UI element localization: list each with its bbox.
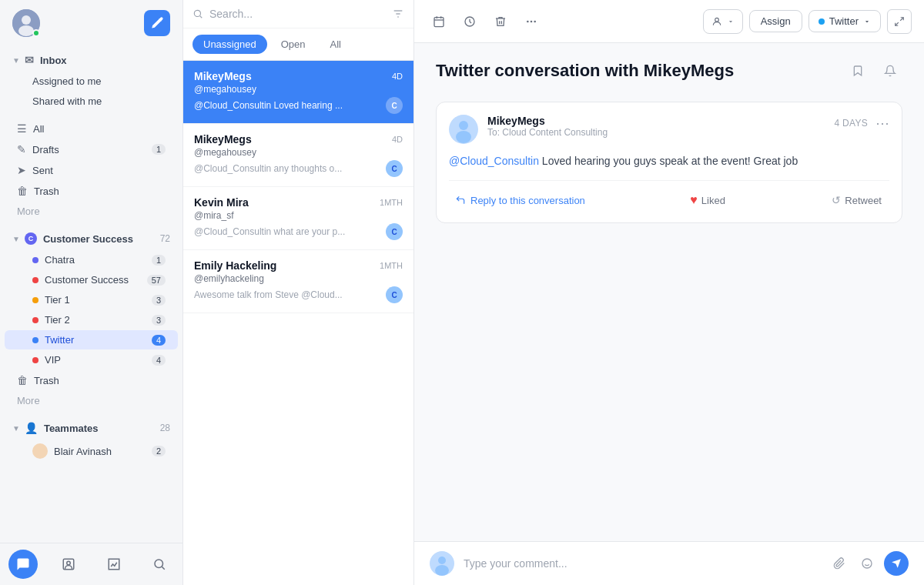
svg-point-17 xyxy=(534,20,536,22)
twitter-sidebar-dot xyxy=(32,337,38,343)
comment-input[interactable] xyxy=(464,557,819,570)
bottom-contact-icon[interactable] xyxy=(54,550,83,579)
cs-dot xyxy=(32,277,38,283)
tab-open[interactable]: Open xyxy=(270,35,316,54)
emoji-icon[interactable] xyxy=(856,553,878,574)
all-icon: ☰ xyxy=(17,122,27,135)
svg-point-23 xyxy=(456,131,471,143)
sidebar-item-twitter[interactable]: Twitter 4 xyxy=(5,330,178,349)
message-sender: MikeyMegs xyxy=(487,115,834,127)
sidebar-item-tier1[interactable]: Tier 1 3 xyxy=(5,290,178,309)
customer-success-label: Customer Success xyxy=(43,233,133,245)
teammates-count: 28 xyxy=(160,423,170,433)
conversation-items: MikeyMegs 4D @megahousey @Cloud_Consulti… xyxy=(183,61,413,585)
svg-point-22 xyxy=(459,121,468,130)
toolbar-calendar-icon[interactable] xyxy=(427,9,451,34)
blair-avatar xyxy=(32,443,48,459)
sent-icon: ➤ xyxy=(17,164,26,176)
sidebar-bottom xyxy=(0,543,182,585)
svg-rect-10 xyxy=(434,17,444,26)
message-more-icon[interactable]: ⋯ xyxy=(875,115,889,132)
svg-point-25 xyxy=(438,557,446,564)
comment-box xyxy=(414,541,924,585)
liked-button[interactable]: ♥ Liked xyxy=(682,190,733,210)
sidebar-item-assigned-to-me[interactable]: Assigned to me xyxy=(5,72,178,91)
sidebar-header xyxy=(0,0,182,46)
messages-area: MikeyMegs To: Cloud Content Consulting 4… xyxy=(414,95,924,541)
avatar[interactable] xyxy=(12,9,40,37)
send-button[interactable] xyxy=(884,551,909,576)
assign-button[interactable]: Assign xyxy=(749,10,802,32)
sidebar-item-cs-more[interactable]: More xyxy=(5,391,178,410)
sidebar-item-cs-trash[interactable]: 🗑 Trash xyxy=(5,370,178,390)
toolbar-more-icon[interactable] xyxy=(519,9,544,34)
svg-point-1 xyxy=(22,15,31,25)
sidebar-item-sent[interactable]: ➤ Sent xyxy=(5,160,178,180)
online-status xyxy=(32,29,40,37)
bookmark-icon[interactable] xyxy=(845,58,870,83)
bell-icon[interactable] xyxy=(878,58,902,83)
conversation-item-3[interactable]: Emily Hackeling 1MTH @emilyhackeling Awe… xyxy=(183,250,413,313)
conversation-item-2[interactable]: Kevin Mira 1MTH @mira_sf @Cloud_Consulti… xyxy=(183,187,413,250)
sidebar-item-shared-with-me[interactable]: Shared with me xyxy=(5,92,178,111)
comment-actions xyxy=(829,551,909,576)
sidebar-item-tier2[interactable]: Tier 2 3 xyxy=(5,310,178,329)
retweet-button[interactable]: ↺ Retweet xyxy=(824,191,889,209)
search-icon xyxy=(192,8,203,19)
conversation-actions xyxy=(845,58,902,83)
svg-point-26 xyxy=(435,565,449,576)
drafts-icon: ✎ xyxy=(17,143,26,155)
conversation-list: Unassigned Open All MikeyMegs 4D @megaho… xyxy=(183,0,414,585)
expand-button[interactable] xyxy=(887,9,912,34)
vip-badge: 4 xyxy=(152,355,166,366)
tier2-dot xyxy=(32,317,38,323)
main-panel: Assign Twitter Twitter conversation with… xyxy=(414,0,924,585)
message-card: MikeyMegs To: Cloud Content Consulting 4… xyxy=(436,102,902,223)
search-input[interactable] xyxy=(209,8,386,20)
sidebar-item-cs[interactable]: Customer Success 57 xyxy=(5,270,178,289)
assign-agent-btn[interactable] xyxy=(703,9,743,34)
conversation-item-0[interactable]: MikeyMegs 4D @megahousey @Cloud_Consulti… xyxy=(183,61,413,124)
inbox-chevron: ▼ xyxy=(12,56,20,65)
attachment-icon[interactable] xyxy=(829,553,850,574)
tab-all[interactable]: All xyxy=(319,35,351,54)
sidebar-item-all[interactable]: ☰ All xyxy=(5,119,178,139)
toolbar-delete-icon[interactable] xyxy=(488,9,513,34)
tier2-badge: 3 xyxy=(152,315,166,326)
svg-point-16 xyxy=(531,20,533,22)
inbox-header[interactable]: ▼ ✉ Inbox xyxy=(0,49,182,71)
customer-success-header[interactable]: ▼ C Customer Success 72 xyxy=(0,228,182,249)
inbox-section: ▼ ✉ Inbox Assigned to me Shared with me xyxy=(0,46,182,115)
main-content: Twitter conversation with MikeyMegs xyxy=(414,43,924,585)
sidebar-item-more[interactable]: More xyxy=(5,202,178,221)
sidebar-item-trash[interactable]: 🗑 Trash xyxy=(5,181,178,201)
cs-count: 72 xyxy=(160,233,170,244)
message-to: To: Cloud Content Consulting xyxy=(487,127,834,138)
reply-button[interactable]: Reply to this conversation xyxy=(449,192,591,209)
bottom-chat-icon[interactable] xyxy=(8,550,38,579)
compose-button[interactable] xyxy=(144,10,170,36)
all-label: All xyxy=(33,123,44,135)
bottom-search-icon[interactable] xyxy=(145,550,174,579)
message-text: Loved hearing you guys speak at the even… xyxy=(539,155,798,167)
toolbar-clock-icon[interactable] xyxy=(457,9,482,34)
sidebar-item-chatra[interactable]: Chatra 1 xyxy=(5,250,178,269)
mention-text[interactable]: @Cloud_Consultin xyxy=(449,155,539,167)
blair-badge: 2 xyxy=(152,446,166,456)
chatra-badge: 1 xyxy=(152,255,166,266)
sidebar-item-drafts[interactable]: ✎ Drafts 1 xyxy=(5,139,178,159)
tab-unassigned[interactable]: Unassigned xyxy=(192,35,267,54)
teammates-header[interactable]: ▼ 👤 Teammates 28 xyxy=(0,417,182,439)
bottom-reports-icon[interactable] xyxy=(99,550,129,579)
teammates-section: ▼ 👤 Teammates 28 Blair Avinash 2 xyxy=(0,414,182,466)
twitter-button[interactable]: Twitter xyxy=(808,10,881,32)
filter-icon[interactable] xyxy=(392,8,404,20)
cs-trash-icon: 🗑 xyxy=(17,374,28,386)
svg-point-18 xyxy=(715,18,718,22)
sidebar-item-vip[interactable]: VIP 4 xyxy=(5,350,178,369)
sidebar-item-blair[interactable]: Blair Avinash 2 xyxy=(5,440,178,463)
main-toolbar: Assign Twitter xyxy=(414,0,924,43)
twitter-status-dot xyxy=(819,18,825,25)
conversation-item-1[interactable]: MikeyMegs 4D @megahousey @Cloud_Consulti… xyxy=(183,124,413,187)
conv-tabs: Unassigned Open All xyxy=(183,28,413,61)
